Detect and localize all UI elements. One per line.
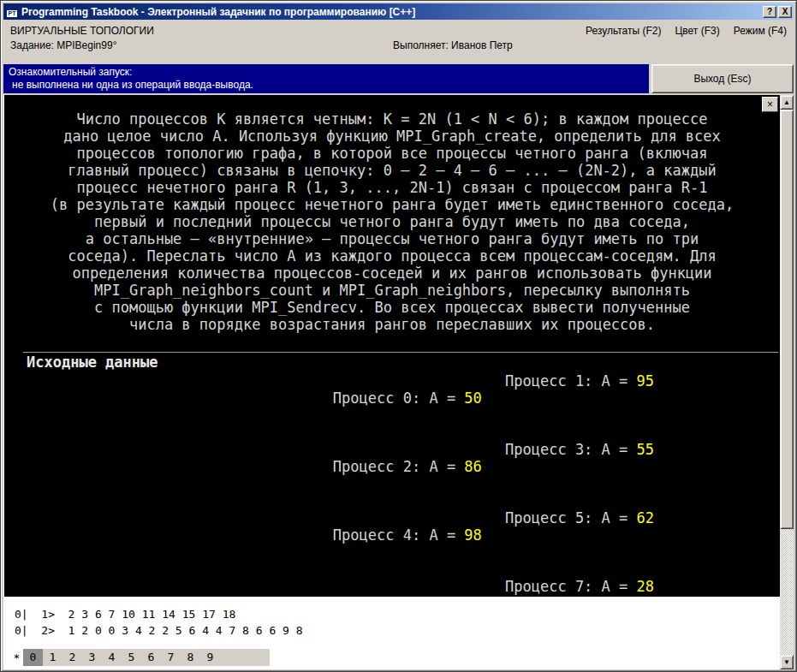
process-value: 86 bbox=[464, 458, 481, 475]
task-line: числа в порядке возрастания рангов перес… bbox=[4, 316, 780, 333]
process-cell: Процесс 5: A = 62 bbox=[505, 509, 654, 526]
process-cell: Процесс 6: A = 25 bbox=[333, 595, 482, 597]
tab-process-5[interactable]: 5 bbox=[122, 649, 141, 666]
task-line: дано целое число A. Используя функцию MP… bbox=[4, 128, 780, 145]
debug-console: 0| 1> 2 3 6 7 10 11 14 15 17 18 0| 2> 1 … bbox=[4, 597, 780, 669]
tab-process-0[interactable]: 0 bbox=[23, 649, 43, 666]
menu-color[interactable]: Цвет (F3) bbox=[675, 25, 719, 37]
process-cell: Процесс 4: A = 98 bbox=[333, 526, 482, 544]
process-cell: Процесс 2: A = 86 bbox=[333, 458, 482, 475]
tab-process-7[interactable]: 7 bbox=[161, 649, 181, 666]
task-line: соседа). Переслать число A из каждого пр… bbox=[4, 247, 780, 265]
data-row: Процесс 2: A = 86 Процесс 3: A = 55 bbox=[4, 441, 780, 509]
scrollbar-track[interactable] bbox=[780, 529, 794, 655]
vertical-scrollbar: ▲ ▼ bbox=[780, 95, 794, 669]
content-column: × Число процессов K является четным: K =… bbox=[3, 95, 780, 669]
data-row: Процесс 4: A = 98 Процесс 5: A = 62 bbox=[4, 509, 780, 578]
process-value: 55 bbox=[637, 441, 654, 458]
task-terminal: × Число процессов K является четным: K =… bbox=[4, 95, 780, 597]
menu-mode[interactable]: Режим (F4) bbox=[734, 25, 787, 37]
section-divider bbox=[23, 352, 778, 353]
menu-results[interactable]: Результаты (F2) bbox=[586, 25, 662, 37]
task-line: процесс нечетного ранга R (1, 3, ..., 2N… bbox=[4, 179, 780, 196]
tab-process-8[interactable]: 8 bbox=[181, 649, 200, 666]
main-area: × Число процессов K является четным: K =… bbox=[3, 95, 794, 669]
process-cell: Процесс 7: A = 28 bbox=[505, 578, 654, 595]
exit-button[interactable]: Выход (Esc) bbox=[651, 64, 794, 93]
process-value: 50 bbox=[464, 390, 481, 407]
task-line: с помощью функции MPI_Sendrecv. Во всех … bbox=[4, 299, 780, 316]
status-message: Ознакомительный запуск: не выполнена ни … bbox=[3, 64, 649, 93]
tab-process-6[interactable]: 6 bbox=[141, 649, 161, 666]
process-value: 25 bbox=[464, 595, 481, 597]
tab-process-2[interactable]: 2 bbox=[62, 649, 82, 666]
console-line: 0| 2> 1 2 0 0 3 4 2 2 5 6 4 4 7 8 6 6 9 … bbox=[4, 622, 780, 639]
task-line: а остальные — «внутренние» — процессы че… bbox=[4, 230, 780, 247]
process-value: 98 bbox=[464, 526, 481, 544]
status-row: Ознакомительный запуск: не выполнена ни … bbox=[3, 64, 794, 93]
task-line: MPI_Graph_neighbors_count и MPI_Graph_ne… bbox=[4, 282, 780, 299]
process-cell: Процесс 1: A = 95 bbox=[505, 372, 654, 390]
student-name: Выполняет: Иванов Петр bbox=[393, 39, 513, 51]
tab-process-1[interactable]: 1 bbox=[43, 649, 62, 666]
window-title: Programming Taskbook - Электронный задач… bbox=[21, 6, 761, 18]
input-section-title: Исходные данные bbox=[4, 354, 780, 371]
process-value: 62 bbox=[637, 509, 654, 526]
console-line: 0| 1> 2 3 6 7 10 11 14 15 17 18 bbox=[4, 606, 780, 622]
task-description: Число процессов K является четным: K = 2… bbox=[4, 110, 780, 333]
help-button[interactable]: ? bbox=[763, 6, 776, 18]
app-window: PT Programming Taskbook - Электронный за… bbox=[0, 0, 797, 672]
tab-process-9[interactable]: 9 bbox=[200, 649, 220, 666]
tab-all-processes[interactable]: * bbox=[10, 651, 23, 664]
terminal-close-icon[interactable]: × bbox=[762, 97, 778, 112]
task-line: (в результате каждый процесс нечетного р… bbox=[4, 196, 780, 213]
status-line-1: Ознакомительный запуск: bbox=[9, 66, 644, 79]
process-tab-bar: * 0 1 2 3 4 5 6 7 8 9 bbox=[4, 649, 780, 666]
process-cell: Процесс 3: A = 55 bbox=[505, 441, 654, 458]
task-line: главный процесс) связаны в цепочку: 0 — … bbox=[4, 162, 780, 179]
status-line-2: не выполнена ни одна из операций ввода-в… bbox=[9, 79, 644, 92]
tab-process-3[interactable]: 3 bbox=[82, 649, 102, 666]
tab-process-4[interactable]: 4 bbox=[102, 649, 122, 666]
scrollbar-thumb[interactable] bbox=[780, 110, 794, 529]
titlebar: PT Programming Taskbook - Электронный за… bbox=[3, 3, 794, 20]
topic-title: ВИРТУАЛЬНЫЕ ТОПОЛОГИИ bbox=[10, 25, 154, 37]
data-row: Процесс 0: A = 50 Процесс 1: A = 95 bbox=[4, 372, 780, 441]
task-line: первый и последний процессы четного ранг… bbox=[4, 213, 780, 230]
task-line: определения количества процессов-соседей… bbox=[4, 265, 780, 282]
tab-strip: 0 1 2 3 4 5 6 7 8 9 bbox=[23, 649, 270, 666]
app-icon: PT bbox=[6, 6, 18, 18]
process-value: 28 bbox=[637, 578, 654, 595]
close-button[interactable]: X bbox=[778, 6, 792, 18]
task-line: процессов топологию графа, в которой все… bbox=[4, 145, 780, 162]
header-menu: Результаты (F2) Цвет (F3) Режим (F4) bbox=[586, 25, 787, 37]
input-data: Процесс 0: A = 50 Процесс 1: A = 95 Проц… bbox=[4, 372, 780, 597]
task-name: Задание: MPIBegin99° bbox=[10, 39, 116, 51]
process-cell: Процесс 0: A = 50 bbox=[333, 390, 482, 407]
header: ВИРТУАЛЬНЫЕ ТОПОЛОГИИ Задание: MPIBegin9… bbox=[3, 20, 794, 62]
process-value: 95 bbox=[637, 372, 654, 390]
scroll-up-icon[interactable]: ▲ bbox=[780, 95, 794, 110]
task-line: Число процессов K является четным: K = 2… bbox=[4, 110, 780, 128]
data-row: Процесс 6: A = 25 Процесс 7: A = 28 bbox=[4, 578, 780, 597]
scroll-down-icon[interactable]: ▼ bbox=[780, 655, 794, 669]
